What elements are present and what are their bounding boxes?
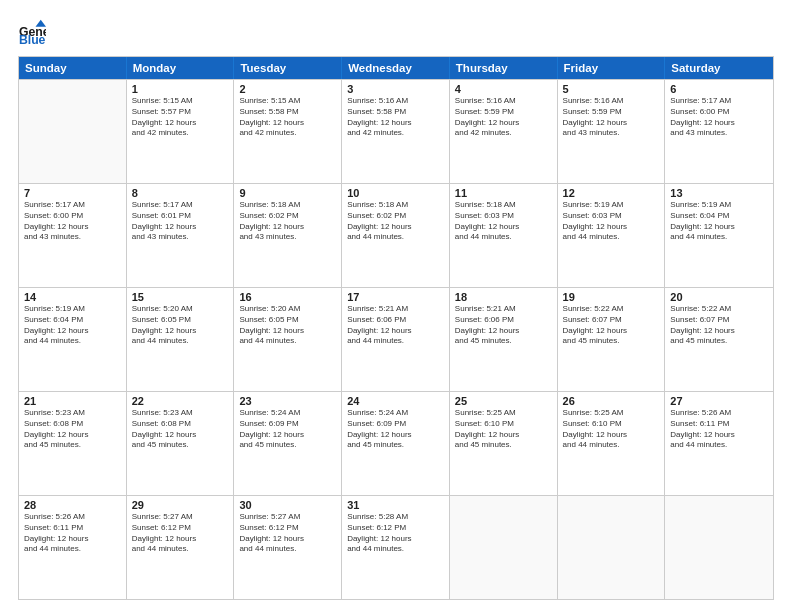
day-number: 20 bbox=[670, 291, 768, 303]
day-cell-15: 15Sunrise: 5:20 AMSunset: 6:05 PMDayligh… bbox=[127, 288, 235, 391]
day-number: 26 bbox=[563, 395, 660, 407]
day-cell-21: 21Sunrise: 5:23 AMSunset: 6:08 PMDayligh… bbox=[19, 392, 127, 495]
day-cell-20: 20Sunrise: 5:22 AMSunset: 6:07 PMDayligh… bbox=[665, 288, 773, 391]
day-info: Sunrise: 5:18 AMSunset: 6:02 PMDaylight:… bbox=[239, 200, 336, 243]
header-day-sunday: Sunday bbox=[19, 57, 127, 79]
header-day-tuesday: Tuesday bbox=[234, 57, 342, 79]
day-info: Sunrise: 5:18 AMSunset: 6:03 PMDaylight:… bbox=[455, 200, 552, 243]
day-number: 1 bbox=[132, 83, 229, 95]
day-cell-27: 27Sunrise: 5:26 AMSunset: 6:11 PMDayligh… bbox=[665, 392, 773, 495]
day-number: 14 bbox=[24, 291, 121, 303]
day-info: Sunrise: 5:16 AMSunset: 5:58 PMDaylight:… bbox=[347, 96, 444, 139]
day-info: Sunrise: 5:23 AMSunset: 6:08 PMDaylight:… bbox=[24, 408, 121, 451]
day-number: 3 bbox=[347, 83, 444, 95]
day-info: Sunrise: 5:21 AMSunset: 6:06 PMDaylight:… bbox=[455, 304, 552, 347]
day-number: 22 bbox=[132, 395, 229, 407]
day-number: 21 bbox=[24, 395, 121, 407]
day-number: 29 bbox=[132, 499, 229, 511]
day-info: Sunrise: 5:16 AMSunset: 5:59 PMDaylight:… bbox=[455, 96, 552, 139]
day-info: Sunrise: 5:17 AMSunset: 6:00 PMDaylight:… bbox=[670, 96, 768, 139]
day-info: Sunrise: 5:28 AMSunset: 6:12 PMDaylight:… bbox=[347, 512, 444, 555]
calendar-header-row: SundayMondayTuesdayWednesdayThursdayFrid… bbox=[19, 57, 773, 79]
page: General Blue SundayMondayTuesdayWednesda… bbox=[0, 0, 792, 612]
day-number: 18 bbox=[455, 291, 552, 303]
day-number: 4 bbox=[455, 83, 552, 95]
day-info: Sunrise: 5:19 AMSunset: 6:04 PMDaylight:… bbox=[670, 200, 768, 243]
empty-cell-4-5 bbox=[558, 496, 666, 599]
header-day-friday: Friday bbox=[558, 57, 666, 79]
day-cell-31: 31Sunrise: 5:28 AMSunset: 6:12 PMDayligh… bbox=[342, 496, 450, 599]
day-info: Sunrise: 5:17 AMSunset: 6:00 PMDaylight:… bbox=[24, 200, 121, 243]
week-row-5: 28Sunrise: 5:26 AMSunset: 6:11 PMDayligh… bbox=[19, 495, 773, 599]
day-info: Sunrise: 5:27 AMSunset: 6:12 PMDaylight:… bbox=[132, 512, 229, 555]
day-info: Sunrise: 5:27 AMSunset: 6:12 PMDaylight:… bbox=[239, 512, 336, 555]
day-cell-14: 14Sunrise: 5:19 AMSunset: 6:04 PMDayligh… bbox=[19, 288, 127, 391]
day-info: Sunrise: 5:25 AMSunset: 6:10 PMDaylight:… bbox=[455, 408, 552, 451]
logo: General Blue bbox=[18, 18, 50, 46]
day-number: 17 bbox=[347, 291, 444, 303]
day-cell-3: 3Sunrise: 5:16 AMSunset: 5:58 PMDaylight… bbox=[342, 80, 450, 183]
day-info: Sunrise: 5:21 AMSunset: 6:06 PMDaylight:… bbox=[347, 304, 444, 347]
week-row-2: 7Sunrise: 5:17 AMSunset: 6:00 PMDaylight… bbox=[19, 183, 773, 287]
day-number: 23 bbox=[239, 395, 336, 407]
day-number: 7 bbox=[24, 187, 121, 199]
day-number: 25 bbox=[455, 395, 552, 407]
header-day-wednesday: Wednesday bbox=[342, 57, 450, 79]
day-info: Sunrise: 5:20 AMSunset: 6:05 PMDaylight:… bbox=[239, 304, 336, 347]
header-day-monday: Monday bbox=[127, 57, 235, 79]
logo-icon: General Blue bbox=[18, 18, 46, 46]
day-cell-24: 24Sunrise: 5:24 AMSunset: 6:09 PMDayligh… bbox=[342, 392, 450, 495]
empty-cell-0-0 bbox=[19, 80, 127, 183]
day-number: 5 bbox=[563, 83, 660, 95]
calendar-body: 1Sunrise: 5:15 AMSunset: 5:57 PMDaylight… bbox=[19, 79, 773, 599]
day-info: Sunrise: 5:24 AMSunset: 6:09 PMDaylight:… bbox=[239, 408, 336, 451]
day-info: Sunrise: 5:22 AMSunset: 6:07 PMDaylight:… bbox=[670, 304, 768, 347]
day-cell-2: 2Sunrise: 5:15 AMSunset: 5:58 PMDaylight… bbox=[234, 80, 342, 183]
day-info: Sunrise: 5:22 AMSunset: 6:07 PMDaylight:… bbox=[563, 304, 660, 347]
day-info: Sunrise: 5:16 AMSunset: 5:59 PMDaylight:… bbox=[563, 96, 660, 139]
day-number: 24 bbox=[347, 395, 444, 407]
day-cell-11: 11Sunrise: 5:18 AMSunset: 6:03 PMDayligh… bbox=[450, 184, 558, 287]
day-number: 16 bbox=[239, 291, 336, 303]
day-cell-9: 9Sunrise: 5:18 AMSunset: 6:02 PMDaylight… bbox=[234, 184, 342, 287]
day-number: 28 bbox=[24, 499, 121, 511]
header: General Blue bbox=[18, 18, 774, 46]
day-cell-5: 5Sunrise: 5:16 AMSunset: 5:59 PMDaylight… bbox=[558, 80, 666, 183]
day-cell-13: 13Sunrise: 5:19 AMSunset: 6:04 PMDayligh… bbox=[665, 184, 773, 287]
week-row-3: 14Sunrise: 5:19 AMSunset: 6:04 PMDayligh… bbox=[19, 287, 773, 391]
calendar: SundayMondayTuesdayWednesdayThursdayFrid… bbox=[18, 56, 774, 600]
day-info: Sunrise: 5:25 AMSunset: 6:10 PMDaylight:… bbox=[563, 408, 660, 451]
day-cell-10: 10Sunrise: 5:18 AMSunset: 6:02 PMDayligh… bbox=[342, 184, 450, 287]
day-cell-16: 16Sunrise: 5:20 AMSunset: 6:05 PMDayligh… bbox=[234, 288, 342, 391]
day-number: 9 bbox=[239, 187, 336, 199]
day-cell-19: 19Sunrise: 5:22 AMSunset: 6:07 PMDayligh… bbox=[558, 288, 666, 391]
day-info: Sunrise: 5:18 AMSunset: 6:02 PMDaylight:… bbox=[347, 200, 444, 243]
day-cell-8: 8Sunrise: 5:17 AMSunset: 6:01 PMDaylight… bbox=[127, 184, 235, 287]
day-cell-28: 28Sunrise: 5:26 AMSunset: 6:11 PMDayligh… bbox=[19, 496, 127, 599]
header-day-thursday: Thursday bbox=[450, 57, 558, 79]
day-number: 19 bbox=[563, 291, 660, 303]
day-info: Sunrise: 5:15 AMSunset: 5:58 PMDaylight:… bbox=[239, 96, 336, 139]
day-cell-22: 22Sunrise: 5:23 AMSunset: 6:08 PMDayligh… bbox=[127, 392, 235, 495]
day-number: 15 bbox=[132, 291, 229, 303]
day-info: Sunrise: 5:15 AMSunset: 5:57 PMDaylight:… bbox=[132, 96, 229, 139]
week-row-4: 21Sunrise: 5:23 AMSunset: 6:08 PMDayligh… bbox=[19, 391, 773, 495]
day-info: Sunrise: 5:20 AMSunset: 6:05 PMDaylight:… bbox=[132, 304, 229, 347]
svg-text:Blue: Blue bbox=[19, 33, 46, 46]
header-day-saturday: Saturday bbox=[665, 57, 773, 79]
day-number: 2 bbox=[239, 83, 336, 95]
day-number: 31 bbox=[347, 499, 444, 511]
day-cell-7: 7Sunrise: 5:17 AMSunset: 6:00 PMDaylight… bbox=[19, 184, 127, 287]
day-number: 12 bbox=[563, 187, 660, 199]
day-info: Sunrise: 5:26 AMSunset: 6:11 PMDaylight:… bbox=[24, 512, 121, 555]
day-info: Sunrise: 5:23 AMSunset: 6:08 PMDaylight:… bbox=[132, 408, 229, 451]
day-cell-12: 12Sunrise: 5:19 AMSunset: 6:03 PMDayligh… bbox=[558, 184, 666, 287]
day-info: Sunrise: 5:19 AMSunset: 6:04 PMDaylight:… bbox=[24, 304, 121, 347]
week-row-1: 1Sunrise: 5:15 AMSunset: 5:57 PMDaylight… bbox=[19, 79, 773, 183]
day-cell-26: 26Sunrise: 5:25 AMSunset: 6:10 PMDayligh… bbox=[558, 392, 666, 495]
day-number: 13 bbox=[670, 187, 768, 199]
day-cell-25: 25Sunrise: 5:25 AMSunset: 6:10 PMDayligh… bbox=[450, 392, 558, 495]
day-number: 11 bbox=[455, 187, 552, 199]
day-number: 27 bbox=[670, 395, 768, 407]
day-info: Sunrise: 5:19 AMSunset: 6:03 PMDaylight:… bbox=[563, 200, 660, 243]
